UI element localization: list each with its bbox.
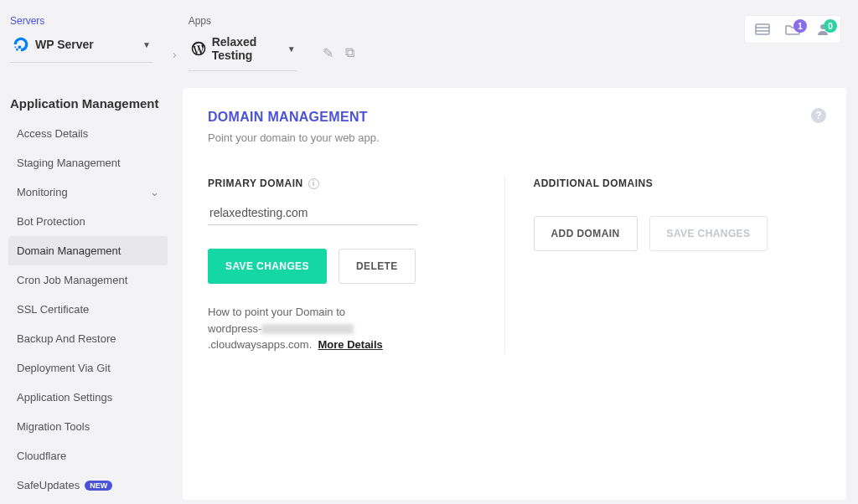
caret-down-icon: ▼ — [287, 44, 296, 54]
sidebar: Application Management Access Details St… — [8, 88, 168, 500]
app-select[interactable]: Relaxed Testing ▼ — [189, 32, 297, 71]
sidebar-item-cloudflare[interactable]: Cloudflare — [8, 441, 168, 471]
account-icon[interactable]: 0 — [815, 23, 830, 36]
sidebar-item-application-settings[interactable]: Application Settings — [8, 383, 168, 412]
wordpress-icon — [190, 39, 207, 58]
server-select[interactable]: WP Server ▼ — [10, 32, 152, 63]
sidebar-item-access-details[interactable]: Access Details — [8, 119, 168, 148]
sidebar-item-monitoring[interactable]: Monitoring ⌄ — [8, 177, 168, 207]
sidebar-item-cron-job-management[interactable]: Cron Job Management — [8, 265, 168, 295]
edit-app-icon[interactable]: ✎ — [323, 45, 333, 61]
sidebar-item-label: Backup And Restore — [17, 332, 116, 345]
sidebar-item-bot-protection[interactable]: Bot Protection — [8, 207, 168, 236]
sidebar-item-deployment-via-git[interactable]: Deployment Via Git — [8, 353, 168, 383]
help-icon[interactable]: ? — [811, 108, 826, 123]
primary-domain-section: PRIMARY DOMAIN i SAVE CHANGES DELETE How… — [208, 177, 496, 353]
additional-domains-section: ADDITIONAL DOMAINS ADD DOMAIN SAVE CHANG… — [504, 177, 822, 353]
open-app-icon[interactable]: ⧉ — [345, 45, 354, 61]
point-domain-help: How to point your Domain to wordpress-.c… — [208, 304, 476, 353]
card-title: DOMAIN MANAGEMENT — [208, 110, 821, 125]
save-primary-button[interactable]: SAVE CHANGES — [208, 249, 327, 284]
primary-domain-input[interactable] — [208, 203, 417, 225]
topbar-actions: 1 0 — [744, 15, 841, 44]
new-badge: NEW — [85, 481, 112, 491]
sidebar-item-domain-management[interactable]: Domain Management — [8, 236, 168, 265]
sidebar-item-safeupdates[interactable]: SafeUpdates NEW — [8, 471, 168, 500]
chevron-right-icon: › — [173, 48, 177, 61]
primary-domain-label: PRIMARY DOMAIN — [208, 177, 303, 189]
apps-crumb-label: Apps — [189, 15, 297, 27]
sidebar-item-ssl-certificate[interactable]: SSL Certificate — [8, 295, 168, 324]
svg-rect-1 — [16, 49, 18, 51]
sidebar-item-label: Bot Protection — [17, 215, 85, 228]
sidebar-item-staging-management[interactable]: Staging Management — [8, 148, 168, 177]
save-additional-button: SAVE CHANGES — [649, 216, 768, 251]
projects-icon[interactable]: 1 — [785, 23, 800, 36]
help-host-prefix: wordpress- — [208, 322, 261, 335]
servers-crumb-label: Servers — [10, 15, 152, 27]
redacted-host-id — [261, 324, 354, 334]
account-badge: 0 — [824, 19, 837, 33]
svg-rect-4 — [756, 24, 769, 34]
server-name: WP Server — [35, 38, 94, 51]
help-host-suffix: .cloudwaysapps.com. — [208, 338, 312, 351]
sidebar-item-label: Staging Management — [17, 157, 121, 169]
domain-management-card: ? DOMAIN MANAGEMENT Point your domain to… — [183, 88, 846, 500]
info-icon[interactable]: i — [308, 178, 319, 189]
sidebar-item-label: SafeUpdates — [17, 479, 80, 491]
caret-down-icon: ▼ — [142, 40, 151, 49]
sidebar-item-label: Domain Management — [17, 244, 121, 257]
more-details-link[interactable]: More Details — [318, 338, 383, 351]
app-name: Relaxed Testing — [212, 35, 287, 62]
list-view-icon[interactable] — [755, 23, 770, 36]
sidebar-item-label: SSL Certificate — [17, 303, 89, 316]
digitalocean-icon — [12, 35, 30, 54]
help-prefix: How to point your Domain to — [208, 306, 345, 318]
svg-rect-0 — [18, 46, 21, 49]
sidebar-item-label: Application Settings — [17, 391, 112, 404]
sidebar-item-label: Monitoring — [17, 186, 68, 198]
sidebar-item-migration-tools[interactable]: Migration Tools — [8, 412, 168, 441]
svg-rect-2 — [15, 47, 17, 49]
sidebar-item-label: Access Details — [17, 127, 88, 140]
card-subtitle: Point your domain to your web app. — [208, 131, 821, 144]
sidebar-item-label: Cron Job Management — [17, 274, 127, 286]
sidebar-item-label: Deployment Via Git — [17, 362, 111, 374]
delete-primary-button[interactable]: DELETE — [339, 249, 416, 284]
projects-badge: 1 — [793, 19, 807, 33]
sidebar-item-backup-and-restore[interactable]: Backup And Restore — [8, 324, 168, 353]
sidebar-item-label: Cloudflare — [17, 450, 66, 462]
chevron-down-icon: ⌄ — [150, 186, 159, 198]
additional-domains-label: ADDITIONAL DOMAINS — [534, 177, 654, 189]
add-domain-button[interactable]: ADD DOMAIN — [534, 216, 638, 251]
sidebar-item-label: Migration Tools — [17, 420, 90, 433]
sidebar-heading: Application Management — [8, 88, 168, 119]
